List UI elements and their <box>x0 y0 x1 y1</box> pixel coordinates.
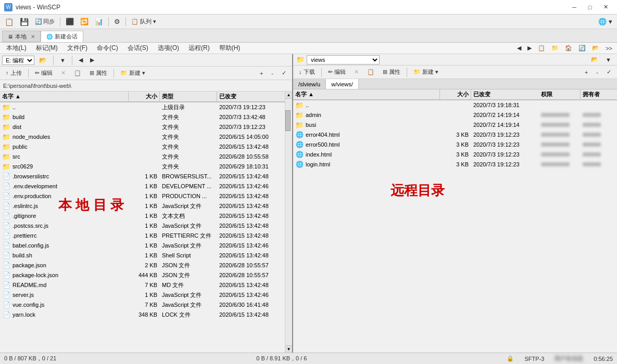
local-scrollbar[interactable]: ▲ ▼ <box>285 92 292 353</box>
remote-new-btn[interactable]: 📁 新建 ▾ <box>410 67 442 78</box>
chart-btn[interactable]: 📊 <box>92 16 106 28</box>
local-file-row[interactable]: 📁 node_modules 文件夹 2020/6/15 14:05:00 <box>0 132 285 142</box>
edit-btn[interactable]: ✏ 编辑 <box>31 68 56 79</box>
menu-local[interactable]: 本地(L) <box>2 43 31 54</box>
square-btn[interactable]: ⬛ <box>63 16 77 28</box>
properties-btn[interactable]: ⊞ 属性 <box>86 68 111 79</box>
local-file-row[interactable]: 📄 build.sh 1 KB Shell Script 2020/6/15 1… <box>0 251 285 261</box>
new-session-btn[interactable]: 📋 <box>2 16 16 28</box>
local-file-row[interactable]: 📄 README.md 7 KB MD 文件 2020/6/15 13:42:4… <box>0 280 285 290</box>
local-file-row[interactable]: 📄 .gitignore 1 KB 文本文档 2020/6/15 13:42:4… <box>0 211 285 221</box>
nav-back[interactable]: ◀ <box>514 42 524 55</box>
remote-file-row[interactable]: 📁 busi 2020/7/2 14:19:14 <box>293 120 617 130</box>
remote-properties-btn[interactable]: ⊞ 属性 <box>379 67 404 78</box>
local-fwd[interactable]: ▶ <box>87 54 97 67</box>
remote-col-perm[interactable]: 权限 <box>539 89 581 99</box>
menu-mark[interactable]: 标记(M) <box>32 43 62 54</box>
remote-file-row[interactable]: 📁 .. 2020/7/3 19:18:31 <box>293 100 617 110</box>
col-size[interactable]: 大小 <box>129 92 160 101</box>
remote-toolbar-3[interactable]: 🏠 <box>562 42 575 55</box>
remote-toolbar-5[interactable]: 📂 <box>589 42 602 55</box>
scroll-down[interactable]: ▼ <box>285 345 292 353</box>
check-btn[interactable]: ✓ <box>278 68 290 79</box>
local-file-row[interactable]: 📄 vue.config.js 7 KB JavaScript 文件 2020/… <box>0 300 285 310</box>
nav-fwd[interactable]: ▶ <box>525 42 534 55</box>
remote-nav-open[interactable]: 📂 <box>588 54 601 66</box>
menu-file[interactable]: 文件(F) <box>63 43 92 54</box>
menu-remote[interactable]: 远程(R) <box>184 43 214 54</box>
globe-btn[interactable]: 🌐 ▾ <box>596 16 615 28</box>
remote-toolbar-2[interactable]: 📁 <box>549 42 561 55</box>
remote-view2[interactable]: - <box>593 67 602 78</box>
remote-file-row[interactable]: 🌐 login.html 3 KB 2020/7/3 19:12:23 <box>293 160 617 170</box>
local-file-row[interactable]: 📁 src0629 文件夹 2020/6/29 18:10:31 <box>0 162 285 172</box>
local-file-row[interactable]: 📄 .postcss.src.js 1 KB JavaScript 文件 202… <box>0 221 285 231</box>
local-nav-open[interactable]: 📂 <box>36 54 49 67</box>
local-filter-btn[interactable]: ▼ <box>57 54 68 67</box>
maximize-button[interactable]: □ <box>583 2 597 13</box>
remote-path-select[interactable]: views <box>307 55 380 64</box>
transfer-btn[interactable]: 🔁 <box>78 16 91 28</box>
remote-toolbar-4[interactable]: 🔄 <box>576 42 588 55</box>
remote-col-size[interactable]: 大小 <box>440 89 471 99</box>
remote-toolbar-1[interactable]: 📋 <box>535 42 548 55</box>
remote-edit-btn[interactable]: ✏ 编辑 <box>324 67 349 78</box>
local-file-row[interactable]: 📁 dist 文件夹 2020/7/3 19:12:23 <box>0 122 285 132</box>
sync-btn[interactable]: 🔄同步 <box>32 16 57 28</box>
local-file-row[interactable]: 📄 babel.config.js 1 KB JavaScript 文件 202… <box>0 241 285 251</box>
col-type[interactable]: 类型 <box>160 92 217 101</box>
remote-col-owner[interactable]: 拥有者 <box>581 89 617 99</box>
save-session-btn[interactable]: 💾 <box>17 16 31 28</box>
local-file-row[interactable]: 📄 yarn.lock 348 KB LOCK 文件 2020/6/15 13:… <box>0 310 285 320</box>
new-folder-btn[interactable]: 📁 新建 ▾ <box>117 68 149 79</box>
menu-help[interactable]: 帮助(H) <box>215 43 245 54</box>
col-name[interactable]: 名字 ▲ <box>0 92 129 101</box>
local-file-row[interactable]: 📁 public 文件夹 2020/6/15 13:42:48 <box>0 142 285 152</box>
queue-btn[interactable]: 📋 队列 ▾ <box>129 16 159 28</box>
remote-file-row[interactable]: 📁 admin 2020/7/2 14:19:14 <box>293 110 617 120</box>
local-file-row[interactable]: 📄 server.js 1 KB JavaScript 文件 2020/6/15… <box>0 290 285 300</box>
tab-local[interactable]: 🖥 本地 ✕ <box>2 31 41 42</box>
list-view-btn[interactable]: - <box>268 68 277 79</box>
drive-selector[interactable]: E: 编程 <box>2 56 34 65</box>
remote-copy-btn[interactable]: 📋 <box>363 67 378 78</box>
remote-file-row[interactable]: 🌐 error404.html 3 KB 2020/7/3 19:12:23 <box>293 130 617 140</box>
remote-filter[interactable]: ▼ <box>603 54 614 66</box>
remote-col-date[interactable]: 已改变 <box>471 89 539 99</box>
copy-btn[interactable]: 📋 <box>70 68 85 79</box>
local-back[interactable]: ◀ <box>76 54 85 67</box>
local-file-row[interactable]: 📄 .browserslistrc 1 KB BROWSERSLIST... 2… <box>0 172 285 181</box>
local-file-row[interactable]: 📁 src 文件夹 2020/6/28 10:55:58 <box>0 152 285 162</box>
menu-session[interactable]: 会话(S) <box>123 43 153 54</box>
close-button[interactable]: ✕ <box>598 2 613 13</box>
settings-btn[interactable]: ⚙ <box>111 16 123 28</box>
remote-file-row[interactable]: 🌐 error500.html 3 KB 2020/7/3 19:12:23 <box>293 140 617 150</box>
path-tab-1[interactable]: /slview/u <box>293 79 326 89</box>
remote-file-row[interactable]: 🌐 index.html 3 KB 2020/7/3 19:12:23 <box>293 150 617 160</box>
menu-command[interactable]: 命令(C) <box>93 43 122 54</box>
delete-btn[interactable]: ✕ <box>57 68 69 79</box>
remote-check[interactable]: ✓ <box>603 67 615 78</box>
menu-options[interactable]: 选项(O) <box>154 43 183 54</box>
col-date[interactable]: 已改变 <box>217 92 285 101</box>
local-file-row[interactable]: 📁 .. 上级目录 2020/7/3 19:12:23 <box>0 102 285 112</box>
local-file-row[interactable]: 📄 .env.production 1 KB PRODUCTION ... 20… <box>0 191 285 201</box>
remote-col-name[interactable]: 名字 ▲ <box>293 89 440 99</box>
local-file-row[interactable]: 📄 package.json 2 KB JSON 文件 2020/6/28 10… <box>0 261 285 270</box>
path-tab-2[interactable]: w/views/ <box>326 79 359 89</box>
local-file-row[interactable]: 📄 .eslintrc.js 1 KB JavaScript 文件 2020/6… <box>0 201 285 211</box>
download-btn[interactable]: ↓ 下载 <box>295 67 319 78</box>
tab-local-close[interactable]: ✕ <box>31 34 35 40</box>
local-file-row[interactable]: 📄 .env.development 1 KB DEVELOPMENT ... … <box>0 181 285 191</box>
tab-new-session[interactable]: 🌐 新建会话 <box>41 31 83 42</box>
local-file-row[interactable]: 📁 build 文件夹 2020/7/3 13:42:48 <box>0 112 285 122</box>
remote-toolbar-6[interactable]: >> <box>603 42 615 55</box>
scroll-thumb[interactable] <box>285 110 291 131</box>
remote-delete-btn[interactable]: ✕ <box>350 67 362 78</box>
scroll-up[interactable]: ▲ <box>285 92 292 99</box>
local-file-row[interactable]: 📄 package-lock.json 444 KB JSON 文件 2020/… <box>0 270 285 280</box>
minimize-button[interactable]: ─ <box>567 2 582 13</box>
upload-btn[interactable]: ↑ 上传 <box>2 68 26 79</box>
show-hidden-btn[interactable]: + <box>256 68 267 79</box>
remote-view1[interactable]: + <box>581 67 591 78</box>
